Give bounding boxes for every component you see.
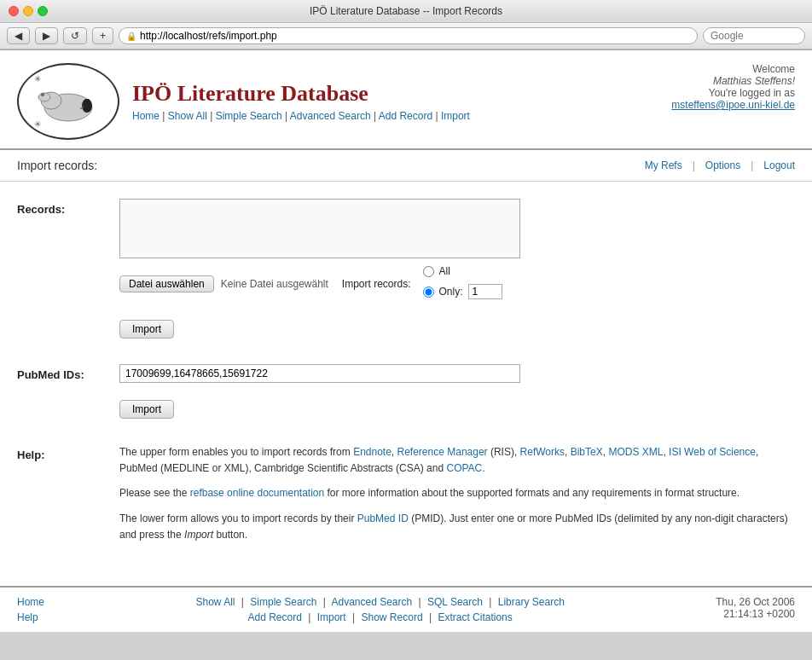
help-label: Help:: [17, 444, 119, 552]
pubmed-import-button[interactable]: Import: [119, 400, 174, 419]
link-refworks[interactable]: RefWorks: [520, 446, 565, 458]
browser-search-input[interactable]: [710, 30, 779, 42]
maximize-button[interactable]: [38, 6, 48, 16]
footer-time: 21:14:13 +0200: [716, 608, 795, 620]
forward-button[interactable]: ▶: [35, 27, 58, 44]
footer-simple-search[interactable]: Simple Search: [250, 596, 316, 608]
pubmed-ids-input[interactable]: [119, 364, 520, 383]
nav-add-record[interactable]: Add Record: [379, 110, 432, 122]
file-choose-button[interactable]: Datei auswählen: [119, 275, 214, 292]
svg-text:✳: ✳: [34, 74, 41, 84]
footer-add-record[interactable]: Add Record: [248, 611, 302, 623]
logged-in-label: You're logged in as: [709, 87, 795, 99]
minimize-button[interactable]: [23, 6, 33, 16]
svg-point-6: [84, 99, 90, 106]
location-icon: 🔒: [126, 32, 136, 41]
records-textarea[interactable]: [119, 199, 520, 258]
radio-only-label: Only:: [439, 286, 463, 298]
svg-point-3: [38, 93, 50, 101]
pubmed-section: PubMed IDs: Import: [17, 364, 795, 419]
nav-home[interactable]: Home: [132, 110, 160, 122]
welcome-label: Welcome: [752, 63, 795, 75]
svg-text:✳: ✳: [34, 119, 41, 129]
svg-point-4: [41, 93, 44, 96]
footer-sql-search[interactable]: SQL Search: [427, 596, 483, 608]
help-text1-before: The upper form enables you to import rec…: [119, 446, 353, 458]
user-actions: My Refs | Options | Logout: [645, 159, 795, 171]
brand-title: IPÖ Literature Database: [132, 81, 470, 107]
nav-simple-search[interactable]: Simple Search: [216, 110, 282, 122]
radio-only[interactable]: [423, 287, 434, 298]
logout-link[interactable]: Logout: [763, 159, 795, 171]
user-info: Welcome Matthias Steffens! You're logged…: [671, 63, 795, 111]
footer-right: Thu, 26 Oct 2006 21:14:13 +0200: [716, 596, 795, 620]
link-docs[interactable]: refbase online documentation: [190, 487, 324, 499]
footer-help-link[interactable]: Help: [17, 611, 44, 623]
footer-library-search[interactable]: Library Search: [498, 596, 565, 608]
page-title: Import records:: [17, 159, 97, 172]
pubmed-label: PubMed IDs:: [17, 364, 119, 419]
radio-all-label: All: [439, 265, 450, 277]
username: Matthias Steffens!: [713, 75, 795, 87]
footer-show-all[interactable]: Show All: [195, 596, 235, 608]
link-reference-manager[interactable]: Reference Manager: [397, 446, 488, 458]
only-value-input[interactable]: [468, 284, 502, 299]
link-mods-xml[interactable]: MODS XML: [608, 446, 663, 458]
back-button[interactable]: ◀: [7, 27, 30, 44]
close-button[interactable]: [9, 6, 19, 16]
link-copac[interactable]: COPAC: [446, 462, 482, 474]
records-label: Records:: [17, 199, 119, 339]
import-records-label: Import records:: [342, 278, 411, 290]
user-email[interactable]: msteffens@ipoe.uni-kiel.de: [671, 99, 795, 111]
my-refs-link[interactable]: My Refs: [645, 159, 682, 171]
new-tab-button[interactable]: +: [92, 27, 113, 44]
link-endnote[interactable]: Endnote: [353, 446, 392, 458]
radio-all[interactable]: [423, 266, 434, 277]
link-pubmed[interactable]: PubMed ID: [357, 512, 409, 524]
window-title: IPÖ Literature Database -- Import Record…: [310, 5, 502, 17]
link-isi[interactable]: ISI Web of Science: [669, 446, 756, 458]
help-section: Help: The upper form enables you to impo…: [17, 444, 795, 552]
search-bar[interactable]: [703, 27, 805, 44]
main-nav: Home | Show All | Simple Search | Advanc…: [132, 110, 470, 122]
footer-home-link[interactable]: Home: [17, 596, 44, 608]
nav-import[interactable]: Import: [441, 110, 470, 122]
footer: Home Help Show All | Simple Search | Adv…: [0, 586, 812, 632]
nav-advanced-search[interactable]: Advanced Search: [290, 110, 371, 122]
records-import-button[interactable]: Import: [119, 320, 174, 339]
footer-date: Thu, 26 Oct 2006: [716, 596, 795, 608]
url-input[interactable]: [140, 30, 690, 42]
footer-center: Show All | Simple Search | Advanced Sear…: [195, 596, 564, 623]
logo: ✳ ✳: [17, 63, 119, 140]
nav-show-all[interactable]: Show All: [168, 110, 207, 122]
footer-extract-citations[interactable]: Extract Citations: [438, 611, 512, 623]
address-bar[interactable]: 🔒: [119, 27, 698, 44]
footer-show-record[interactable]: Show Record: [362, 611, 423, 623]
records-section: Records: Datei auswählen Keine Datei aus…: [17, 199, 795, 339]
reload-button[interactable]: ↺: [63, 27, 87, 44]
file-name-display: Keine Datei ausgewählt: [221, 278, 328, 290]
link-bibtex[interactable]: BibTeX: [571, 446, 603, 458]
footer-advanced-search[interactable]: Advanced Search: [331, 596, 412, 608]
footer-import[interactable]: Import: [317, 611, 346, 623]
footer-left: Home Help: [17, 596, 44, 623]
help-text: The upper form enables you to import rec…: [119, 444, 795, 552]
options-link[interactable]: Options: [705, 159, 740, 171]
